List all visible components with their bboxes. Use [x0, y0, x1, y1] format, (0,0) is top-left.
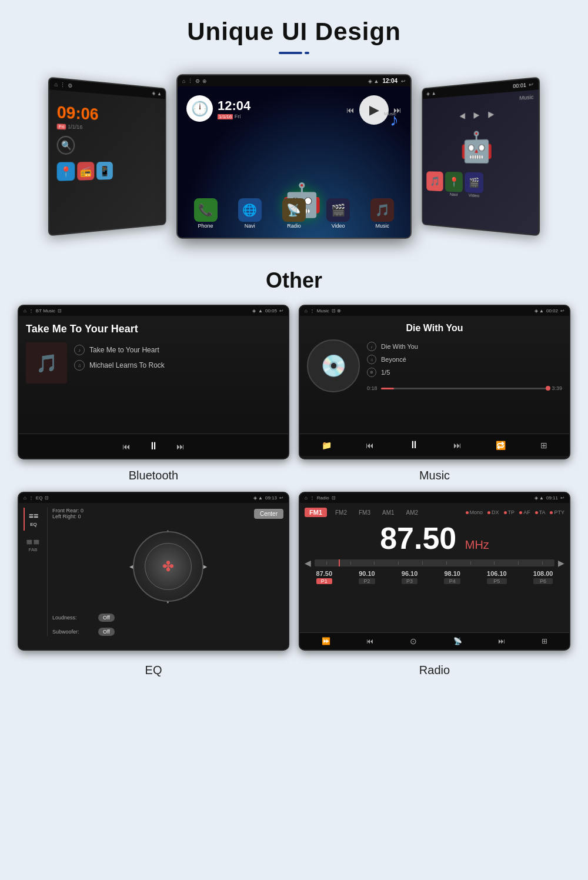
center-app-navi[interactable]: 🌐 Navi — [238, 198, 262, 229]
player-grid-top: ⌂ ⋮ BT Music ⊡ ◈ ▲ 00:05 ↩ Take Me To Yo… — [0, 305, 588, 459]
app-icon-radio[interactable]: 📻 — [77, 162, 94, 181]
music-menu-btn[interactable]: ⊞ — [540, 441, 547, 450]
play-button-center[interactable]: ▶ — [359, 95, 389, 125]
radio-next-btn[interactable]: ⏭ — [498, 637, 505, 645]
center-app-phone[interactable]: 📞 Phone — [194, 198, 218, 229]
screen-left: ⌂ ⋮ ⚙ ◈ ▲ 09:06 Fri 1/1/16 🔍 📍 📻 — [48, 77, 166, 236]
screen-left-wrapper: ⌂ ⋮ ⚙ ◈ ▲ 09:06 Fri 1/1/16 🔍 📍 📻 — [47, 83, 176, 230]
music-screen: ⌂ ⋮ Music ⊡ ⊕ ◈ ▲ 00:02 ↩ Die With You 💿 — [299, 305, 570, 459]
bt-next-btn[interactable]: ⏭ — [176, 442, 185, 451]
music-play-btn[interactable]: ⏸ — [409, 439, 419, 451]
eq-knob[interactable]: ✤ — [133, 531, 203, 602]
bt-status-bar: ⌂ ⋮ BT Music ⊡ ◈ ▲ 00:05 ↩ — [19, 306, 288, 316]
screen-right-wrapper: ◈ ▲ 00:01 ↩ Music ◀ ▶ ▶ 🤖 — [412, 83, 541, 230]
person-icon-mu: ♫ — [367, 355, 376, 364]
labels-row-1: Bluetooth Music — [0, 465, 588, 492]
screen-center: ⌂ ⋮ ⚙ ⊕ ◈ ▲ 12:04 ↩ 🕛 12:04 — [176, 74, 412, 239]
sidebar-item-fab[interactable]: ≣≣ FAB — [24, 533, 42, 556]
radio-home-btn[interactable]: ⊙ — [410, 636, 417, 646]
progress-dot — [546, 386, 550, 391]
radio-band-am1[interactable]: AM1 — [379, 508, 398, 517]
right-screen-content: Music ◀ ▶ ▶ 🤖 🎵 📍 Navi 🎬 — [423, 89, 539, 236]
music-track-name-row: ♪ Die With You — [367, 342, 562, 351]
music-note-icon: ♪ — [390, 110, 399, 130]
music-track-name: Die With You — [381, 343, 418, 350]
clock-face: 🕛 — [186, 95, 213, 122]
eq-content: ≡≡ EQ ≣≣ FAB Front Rear: 0 — [19, 503, 288, 641]
preset-5[interactable]: 106.10 P5 — [487, 570, 507, 584]
header-underline — [279, 52, 309, 54]
radio-prev-scan[interactable]: ⏩ — [322, 637, 330, 645]
radio-freq-display: 87.50 MHz — [305, 521, 564, 556]
radio-prev-btn[interactable]: ⏮ — [366, 637, 373, 645]
app-icon-phone[interactable]: 📱 — [96, 162, 113, 180]
preset-3[interactable]: 96.10 P3 — [402, 570, 418, 584]
preset-2[interactable]: 90.10 P2 — [359, 570, 375, 584]
center-app-music[interactable]: 🎵 Music — [370, 198, 394, 229]
subwoofer-row: Subwoofer: Off — [52, 628, 283, 636]
music-prev-btn[interactable]: ⏮ — [366, 441, 374, 450]
eq-status-icon: ⊡ — [45, 495, 49, 501]
next-icon-right[interactable]: ▶ — [488, 109, 494, 119]
radio-band-am2[interactable]: AM2 — [403, 508, 422, 517]
menu-icon-ra: ⋮ — [310, 495, 315, 501]
app-navi-right[interactable]: 📍 Navi — [445, 172, 463, 198]
radio-time: 09:11 — [546, 495, 558, 501]
knob-symbol: ✤ — [145, 544, 191, 589]
app-icons-left: 📍 📻 📱 — [52, 159, 163, 184]
center-button[interactable]: Center — [254, 509, 283, 519]
music-track-details: ♪ Die With You ♫ Beyoncé ⊕ 1/5 0:18 — [367, 339, 562, 396]
option-ta: TA — [535, 509, 546, 515]
music-artist: Beyoncé — [381, 356, 406, 363]
bt-prev-btn[interactable]: ⏮ — [122, 442, 131, 451]
android-mascot-right: 🤖 — [425, 122, 536, 171]
eq-knob-wrapper: ▲ ▼ ◀ ▶ ✤ — [127, 525, 209, 608]
center-app-radio[interactable]: 📡 Radio — [282, 198, 306, 229]
prev-icon-right[interactable]: ◀ — [459, 111, 465, 120]
page-title: Unique UI Design — [0, 18, 588, 46]
music-elapsed: 0:18 — [367, 385, 377, 391]
other-title: Other — [0, 268, 588, 293]
menu-icon-mu: ⋮ — [310, 308, 315, 314]
preset-4[interactable]: 98.10 P4 — [444, 570, 460, 584]
eq-icon: ≡≡ — [29, 511, 38, 521]
music-repeat-btn[interactable]: 🔁 — [496, 441, 506, 450]
music-next-btn[interactable]: ⏭ — [453, 441, 462, 450]
screen-right: ◈ ▲ 00:01 ↩ Music ◀ ▶ ▶ 🤖 — [422, 77, 540, 236]
radio-band-fm2[interactable]: FM2 — [332, 508, 350, 517]
tuner-left-arrow[interactable]: ◀ — [305, 558, 311, 568]
radio-status-icon: ⊡ — [332, 495, 336, 501]
preset-6[interactable]: 108.00 P6 — [533, 570, 553, 584]
preset-1[interactable]: 87.50 P1 — [316, 570, 333, 584]
radio-icon: 📡 — [282, 198, 306, 222]
bt-play-btn[interactable]: ⏸ — [148, 440, 159, 452]
radio-screen: ⌂ ⋮ Radio ⊡ ◈ ▲ 09:11 ↩ FM1 FM2 FM3 AM1 — [299, 492, 570, 651]
skip-back-icon[interactable]: ⏮ — [346, 105, 355, 115]
sidebar-item-eq[interactable]: ≡≡ EQ — [24, 508, 42, 531]
tuner-right-arrow[interactable]: ▶ — [558, 558, 564, 568]
subwoofer-toggle[interactable]: Off — [98, 628, 115, 636]
folder-icon-mu[interactable]: 📁 — [322, 441, 332, 450]
radio-freq-value: 87.50 — [380, 521, 456, 555]
radio-band-row: FM1 FM2 FM3 AM1 AM2 Mono DX TP AF TA PTY — [305, 508, 564, 517]
center-clock-date: 1/1/16 Fri — [218, 114, 250, 119]
center-app-row: 📞 Phone 🌐 Navi 📡 Radio 🎬 Video — [178, 196, 410, 231]
loudness-toggle[interactable]: Off — [98, 614, 115, 622]
option-mono: Mono — [466, 509, 483, 515]
tuner-bar[interactable] — [315, 559, 554, 566]
home-icon-bt: ⌂ — [24, 308, 26, 314]
center-app-video[interactable]: 🎬 Video — [326, 198, 350, 229]
fab-sidebar-label: FAB — [28, 547, 37, 552]
play-icon-right[interactable]: ▶ — [473, 110, 479, 120]
option-pty: PTY — [550, 509, 564, 515]
music-content: Die With You 💿 ♪ Die With You ♫ Beyoncé — [300, 316, 569, 434]
progress-bar[interactable] — [381, 388, 549, 389]
radio-antenna-icon: 📡 — [453, 637, 462, 645]
radio-menu-btn[interactable]: ⊞ — [542, 637, 547, 645]
app-video-right[interactable]: 🎬 Video — [465, 172, 483, 199]
radio-band-fm1[interactable]: FM1 — [305, 508, 327, 517]
radio-band-fm3[interactable]: FM3 — [355, 508, 374, 517]
subwoofer-label: Subwoofer: — [52, 629, 93, 635]
left-right-row: Left Right: 0 — [52, 514, 83, 519]
search-icon[interactable]: 🔍 — [57, 136, 75, 155]
